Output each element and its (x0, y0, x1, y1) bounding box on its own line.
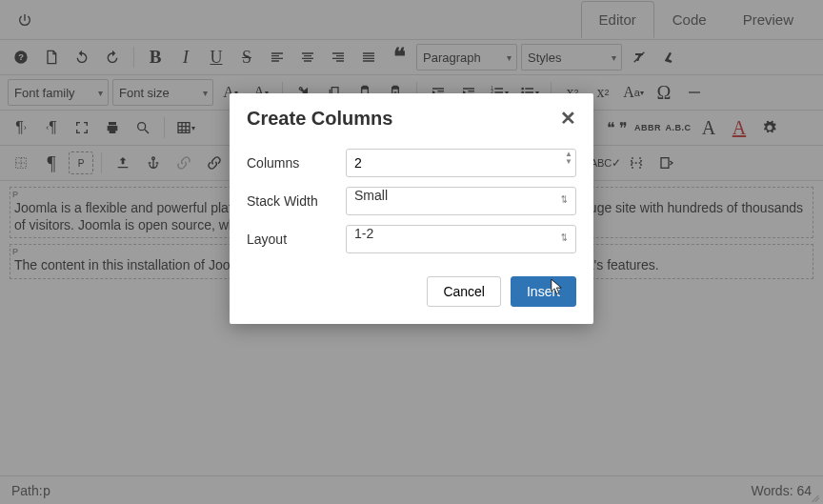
dialog-title: Create Columns (247, 108, 560, 130)
layout-select[interactable]: 1-2 (346, 225, 576, 253)
stack-width-label: Stack Width (247, 193, 346, 209)
insert-button[interactable]: Insert (511, 276, 576, 307)
close-icon[interactable]: ✕ (560, 107, 576, 130)
modal-overlay: Create Columns ✕ Columns ▲▼ Stack Width … (0, 0, 823, 504)
stack-width-select[interactable]: Small (346, 187, 576, 215)
create-columns-dialog: Create Columns ✕ Columns ▲▼ Stack Width … (230, 93, 593, 324)
spinner-icon[interactable]: ▲▼ (565, 151, 572, 166)
layout-label: Layout (247, 232, 346, 247)
columns-input[interactable] (346, 149, 576, 177)
cancel-button[interactable]: Cancel (427, 276, 501, 307)
columns-label: Columns (247, 155, 346, 171)
